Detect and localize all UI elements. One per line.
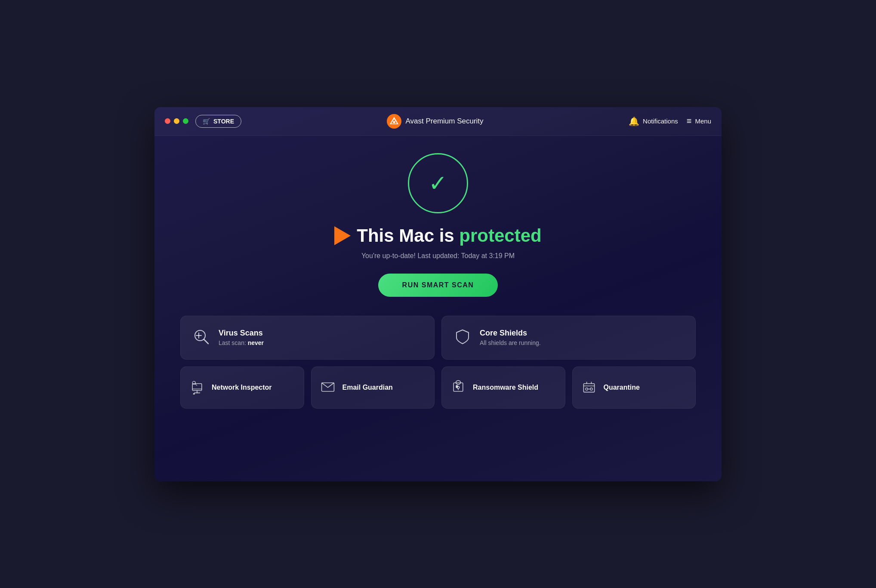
menu-label: Menu bbox=[695, 117, 711, 125]
avast-logo-icon bbox=[387, 114, 401, 129]
notifications-label: Notifications bbox=[643, 117, 678, 125]
core-shields-card[interactable]: Core Shields All shields are running. bbox=[441, 316, 696, 360]
notifications-area[interactable]: 🔔 Notifications bbox=[629, 116, 678, 126]
title-bar: 🛒 STORE Avast Premium Security 🔔 Notific… bbox=[154, 107, 722, 136]
network-inspector-icon bbox=[189, 379, 205, 396]
shield-icon bbox=[454, 328, 471, 347]
email-guardian-info: Email Guardian bbox=[342, 384, 393, 391]
quarantine-card[interactable]: Quarantine bbox=[572, 366, 696, 409]
quarantine-icon bbox=[581, 379, 597, 396]
store-label: STORE bbox=[213, 118, 234, 125]
menu-area[interactable]: ≡ Menu bbox=[687, 116, 711, 126]
virus-scan-icon bbox=[193, 328, 210, 347]
network-inspector-title: Network Inspector bbox=[212, 384, 272, 391]
virus-scans-info: Virus Scans Last scan: never bbox=[219, 329, 264, 346]
minimize-button[interactable] bbox=[174, 118, 179, 124]
svg-point-1 bbox=[393, 121, 395, 123]
headline-prefix: This Mac is bbox=[357, 225, 459, 246]
quarantine-title: Quarantine bbox=[604, 384, 640, 391]
title-bar-center: Avast Premium Security bbox=[387, 114, 484, 129]
svg-rect-15 bbox=[456, 380, 461, 384]
checkmark-icon: ✓ bbox=[429, 172, 447, 194]
main-content: ✓ This Mac is protected You're up-to-dat… bbox=[154, 136, 722, 481]
svg-line-3 bbox=[204, 339, 208, 344]
play-icon bbox=[334, 226, 351, 245]
virus-scans-subtitle: Last scan: never bbox=[219, 339, 264, 346]
svg-point-24 bbox=[590, 388, 592, 390]
svg-point-12 bbox=[193, 393, 194, 394]
email-guardian-title: Email Guardian bbox=[342, 384, 393, 391]
quarantine-info: Quarantine bbox=[604, 384, 640, 391]
ransomware-shield-title: Ransomware Shield bbox=[473, 384, 538, 391]
maximize-button[interactable] bbox=[183, 118, 188, 124]
network-inspector-info: Network Inspector bbox=[212, 384, 272, 391]
store-button[interactable]: 🛒 STORE bbox=[195, 115, 241, 128]
core-shields-subtitle: All shields are running. bbox=[480, 339, 541, 346]
close-button[interactable] bbox=[165, 118, 170, 124]
email-guardian-card[interactable]: Email Guardian bbox=[311, 366, 435, 409]
email-guardian-icon bbox=[320, 379, 336, 396]
last-scan-value: never bbox=[248, 339, 264, 346]
status-headline: This Mac is protected bbox=[334, 225, 541, 246]
core-shields-info: Core Shields All shields are running. bbox=[480, 329, 541, 346]
ransomware-shield-info: Ransomware Shield bbox=[473, 384, 538, 391]
virus-scans-card[interactable]: Virus Scans Last scan: never bbox=[180, 316, 435, 360]
traffic-lights bbox=[165, 118, 188, 124]
status-circle: ✓ bbox=[408, 153, 468, 213]
cart-icon: 🛒 bbox=[203, 118, 210, 125]
bell-icon: 🔔 bbox=[629, 116, 639, 126]
svg-rect-19 bbox=[583, 383, 594, 392]
network-inspector-card[interactable]: Network Inspector bbox=[180, 366, 304, 409]
headline-emphasis: protected bbox=[459, 225, 541, 246]
title-bar-left: 🛒 STORE bbox=[165, 115, 241, 128]
ransomware-shield-card[interactable]: $ Ransomware Shield bbox=[441, 366, 565, 409]
top-cards-grid: Virus Scans Last scan: never Core Shield… bbox=[180, 316, 696, 360]
bottom-cards-row: Network Inspector Email Guardian bbox=[180, 366, 696, 409]
virus-scans-title: Virus Scans bbox=[219, 329, 264, 338]
ransomware-shield-icon: $ bbox=[450, 379, 466, 396]
status-subtitle: You're up-to-date! Last updated: Today a… bbox=[361, 252, 515, 260]
svg-text:$: $ bbox=[456, 384, 458, 388]
app-window: 🛒 STORE Avast Premium Security 🔔 Notific… bbox=[154, 107, 722, 481]
hamburger-icon: ≡ bbox=[687, 116, 692, 126]
headline-text: This Mac is protected bbox=[357, 225, 541, 246]
run-smart-scan-button[interactable]: RUN SMART SCAN bbox=[378, 274, 498, 297]
svg-line-11 bbox=[195, 384, 197, 385]
svg-point-23 bbox=[585, 388, 587, 390]
core-shields-title: Core Shields bbox=[480, 329, 541, 338]
app-title: Avast Premium Security bbox=[406, 117, 484, 126]
title-bar-right: 🔔 Notifications ≡ Menu bbox=[629, 116, 711, 126]
